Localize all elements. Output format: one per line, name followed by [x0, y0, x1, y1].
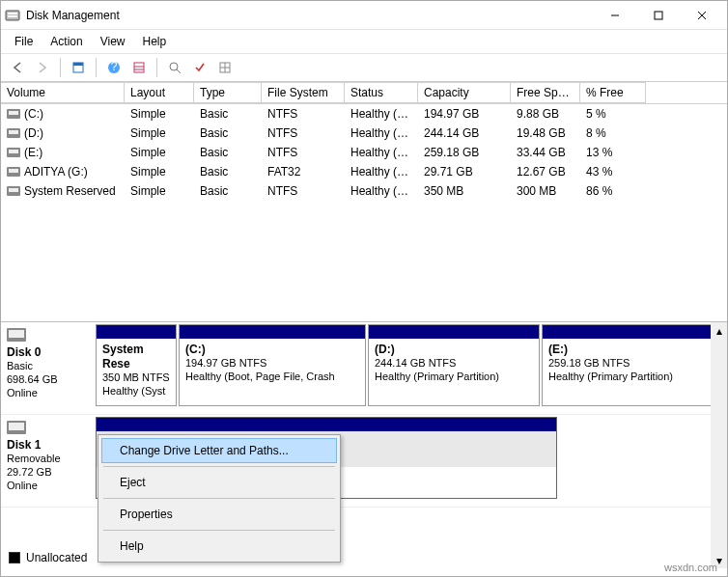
menu-file[interactable]: File [7, 32, 41, 51]
cell-capacity: 350 MB [418, 181, 511, 201]
partition-body: (D:)244.14 GB NTFSHealthy (Primary Parti… [369, 339, 539, 388]
col-free[interactable]: Free Spa... [511, 82, 580, 103]
cell-fs: NTFS [262, 124, 345, 143]
cell-layout: Simple [125, 162, 194, 181]
volume-name: ADITYA (G:) [24, 165, 88, 179]
menu-help[interactable]: Help [135, 32, 175, 51]
cell-layout: Simple [125, 143, 194, 162]
cell-type: Basic [194, 104, 262, 124]
disk-row: Disk 0Basic698.64 GBOnlineSystem Rese350… [1, 322, 727, 415]
cell-pct: 5 % [580, 104, 646, 124]
toolbar: ? [1, 54, 727, 82]
settings-icon[interactable] [68, 57, 89, 78]
ctx-change-letter[interactable]: Change Drive Letter and Paths... [101, 438, 337, 463]
app-icon [5, 8, 20, 23]
window-title: Disk Management [26, 9, 593, 22]
table-row[interactable]: (E:)SimpleBasicNTFSHealthy (P...259.18 G… [1, 143, 727, 162]
table-row[interactable]: ADITYA (G:)SimpleBasicFAT32Healthy (P...… [1, 162, 727, 181]
forward-button[interactable] [32, 57, 53, 78]
cell-type: Basic [194, 181, 262, 201]
table-row[interactable]: (D:)SimpleBasicNTFSHealthy (P...244.14 G… [1, 124, 727, 143]
titlebar: Disk Management [1, 1, 727, 30]
cell-free: 33.44 GB [511, 143, 580, 162]
col-type[interactable]: Type [194, 82, 262, 103]
maximize-button[interactable] [636, 2, 680, 29]
back-button[interactable] [7, 57, 28, 78]
partition-bar [369, 325, 539, 339]
cell-free: 9.88 GB [511, 104, 580, 124]
cell-fs: NTFS [262, 143, 345, 162]
grid-icon[interactable] [214, 57, 236, 78]
scrollbar[interactable]: ▴ ▾ [711, 322, 727, 568]
cell-capacity: 244.14 GB [418, 124, 511, 143]
partition-body: (C:)194.97 GB NTFSHealthy (Boot, Page Fi… [180, 339, 365, 388]
cell-type: Basic [194, 143, 262, 162]
list-view-icon[interactable] [128, 57, 150, 78]
ctx-help[interactable]: Help [101, 534, 337, 559]
svg-rect-1 [8, 13, 17, 14]
cell-free: 12.67 GB [511, 162, 580, 181]
volume-name: System Reserved [24, 184, 116, 198]
drive-icon [7, 167, 20, 177]
partition[interactable]: System Rese350 MB NTFSHealthy (Syst [96, 324, 177, 406]
svg-rect-11 [134, 63, 144, 72]
col-fs[interactable]: File System [262, 82, 345, 103]
volume-name: (E:) [24, 146, 42, 159]
window-buttons [593, 2, 723, 29]
cell-type: Basic [194, 124, 262, 143]
menu-view[interactable]: View [93, 32, 133, 51]
cell-status: Healthy (P... [345, 143, 418, 162]
menu-action[interactable]: Action [42, 32, 90, 51]
cell-capacity: 259.18 GB [418, 143, 511, 162]
drive-icon [7, 186, 20, 196]
column-headers[interactable]: Volume Layout Type File System Status Ca… [1, 82, 727, 104]
ctx-properties[interactable]: Properties [101, 502, 337, 527]
partition[interactable]: (C:)194.97 GB NTFSHealthy (Boot, Page Fi… [179, 324, 366, 406]
disk-icon [7, 421, 26, 434]
volume-name: (C:) [24, 107, 43, 121]
cell-status: Healthy (S... [345, 181, 418, 201]
svg-rect-8 [73, 63, 83, 66]
table-row[interactable]: System ReservedSimpleBasicNTFSHealthy (S… [1, 181, 727, 201]
cell-pct: 13 % [580, 143, 646, 162]
toolbar-separator [60, 58, 61, 77]
legend-label-unallocated: Unallocated [26, 551, 87, 564]
ctx-separator [103, 530, 335, 531]
zoom-icon[interactable] [164, 57, 185, 78]
disk-info: Disk 1Removable29.72 GBOnline [1, 415, 94, 507]
drive-icon [7, 148, 20, 157]
minimize-button[interactable] [593, 2, 636, 29]
cell-free: 19.48 GB [511, 124, 580, 143]
col-layout[interactable]: Layout [125, 82, 194, 103]
table-row[interactable]: (C:)SimpleBasicNTFSHealthy (B...194.97 G… [1, 104, 727, 124]
drive-icon [7, 109, 20, 119]
cell-pct: 43 % [580, 162, 646, 181]
help-icon[interactable]: ? [103, 57, 125, 78]
footer-text: wsxdn.com [664, 562, 717, 573]
col-status[interactable]: Status [345, 82, 418, 103]
ctx-eject[interactable]: Eject [101, 470, 337, 495]
partition-bar [97, 418, 556, 431]
context-menu: Change Drive Letter and Paths... Eject P… [98, 434, 341, 563]
scroll-up-icon[interactable]: ▴ [711, 322, 727, 339]
partition-body: System Rese350 MB NTFSHealthy (Syst [97, 339, 176, 402]
disk-icon [7, 328, 26, 342]
partition[interactable]: (E:)259.18 GB NTFSHealthy (Primary Parti… [542, 324, 714, 406]
partition[interactable]: (D:)244.14 GB NTFSHealthy (Primary Parti… [368, 324, 540, 406]
volume-list[interactable]: Volume Layout Type File System Status Ca… [1, 82, 727, 321]
partitions: System Rese350 MB NTFSHealthy (Syst(C:)1… [94, 322, 727, 414]
cell-capacity: 29.71 GB [418, 162, 511, 181]
partition-bar [543, 325, 713, 339]
cell-type: Basic [194, 162, 262, 181]
col-pct[interactable]: % Free [580, 82, 646, 103]
cell-pct: 86 % [580, 181, 646, 201]
svg-point-14 [170, 63, 178, 70]
check-icon[interactable] [189, 57, 210, 78]
menubar: File Action View Help [1, 30, 727, 54]
close-button[interactable] [680, 2, 723, 29]
drive-icon [7, 128, 20, 138]
col-volume[interactable]: Volume [1, 82, 125, 103]
col-capacity[interactable]: Capacity [418, 82, 511, 103]
cell-layout: Simple [125, 104, 194, 124]
cell-status: Healthy (P... [345, 162, 418, 181]
